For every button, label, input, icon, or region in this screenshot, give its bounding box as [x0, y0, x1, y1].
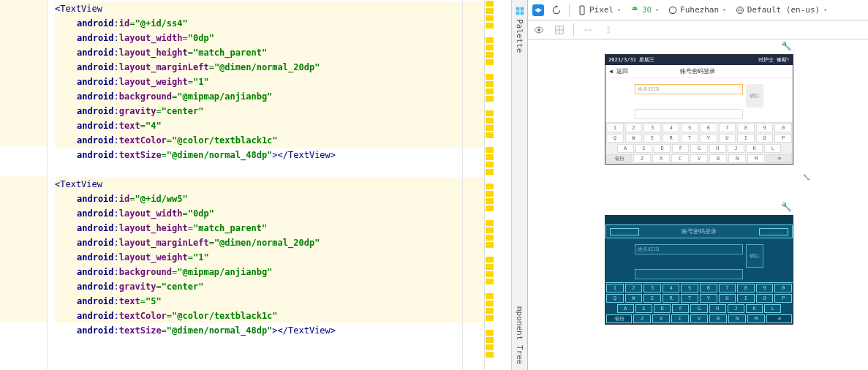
key[interactable]: 8 [737, 284, 755, 292]
key[interactable]: B [709, 314, 727, 323]
key[interactable]: W [625, 134, 643, 143]
key[interactable]: V [690, 154, 708, 163]
key[interactable]: M [747, 314, 765, 323]
preview-surface[interactable]: 🔧 2021/3/31 星期三 对护士 修斯! ◀ 返回 账号密码登录 姓名或I… [528, 39, 868, 370]
key[interactable]: 3 [644, 124, 661, 132]
key[interactable]: B [709, 154, 727, 163]
arrows-v-button[interactable] [602, 23, 615, 37]
palette-tab[interactable]: Palette [512, 0, 527, 58]
key[interactable]: O [756, 294, 774, 303]
key[interactable]: T [681, 294, 698, 303]
key[interactable]: X [652, 154, 670, 163]
key[interactable]: W [625, 294, 643, 303]
key[interactable]: C [671, 314, 689, 323]
key[interactable]: S [635, 144, 652, 153]
key[interactable]: N [728, 314, 746, 323]
key[interactable]: L [764, 144, 781, 153]
key[interactable]: 0 [774, 124, 792, 132]
key[interactable]: H [709, 304, 726, 313]
arrows-h-button[interactable] [581, 23, 595, 37]
wrench-icon[interactable]: 🔧 [781, 41, 792, 51]
key[interactable]: U [719, 294, 736, 303]
key[interactable]: U [719, 134, 736, 143]
locale-selector[interactable]: Default (en-us)▾ [733, 4, 829, 17]
key[interactable]: 2 [625, 284, 643, 292]
wrench-icon[interactable]: 🔧 [781, 202, 792, 212]
blueprint-input2[interactable] [635, 269, 743, 279]
key[interactable]: F [672, 304, 689, 313]
key[interactable]: 9 [756, 124, 774, 132]
key-backspace[interactable]: ⌫ [766, 154, 792, 163]
key[interactable]: K [746, 144, 763, 153]
key[interactable]: F [672, 144, 689, 153]
design-preview[interactable]: 2021/3/31 星期三 对护士 修斯! ◀ 返回 账号密码登录 姓名或ID … [605, 54, 793, 165]
key[interactable]: 4 [663, 124, 680, 132]
key[interactable]: D [654, 144, 671, 153]
key[interactable]: 1 [606, 284, 624, 292]
key[interactable]: I [737, 134, 755, 143]
api-selector[interactable]: 30▾ [628, 4, 660, 17]
key[interactable]: Q [606, 134, 624, 143]
key[interactable]: 0 [774, 284, 792, 292]
key[interactable]: I [737, 294, 755, 303]
key[interactable]: 2 [625, 124, 643, 132]
input-second[interactable] [635, 109, 743, 119]
key[interactable]: E [644, 294, 661, 303]
key[interactable]: M [747, 154, 765, 163]
key[interactable]: T [681, 134, 698, 143]
theme-selector[interactable]: Fuhezhan▾ [666, 4, 728, 17]
view-options-button[interactable] [532, 23, 546, 37]
key[interactable]: K [746, 304, 763, 313]
key[interactable]: N [728, 154, 746, 163]
device-selector[interactable]: Pixel▾ [575, 4, 622, 17]
key[interactable]: H [709, 144, 726, 153]
minimap[interactable] [484, 0, 494, 370]
key[interactable]: P [774, 294, 792, 303]
key[interactable]: 6 [700, 284, 717, 292]
key[interactable]: R [663, 294, 680, 303]
confirm-button[interactable]: 确认 [746, 84, 763, 107]
key[interactable]: G [690, 144, 707, 153]
blueprint-btn[interactable]: 确认 [746, 244, 763, 268]
key[interactable]: Q [606, 294, 624, 303]
key[interactable]: J [728, 304, 744, 313]
key[interactable]: E [644, 134, 661, 143]
component-tree-tab[interactable]: mponent Tree [512, 301, 527, 370]
key[interactable]: L [764, 304, 781, 313]
key[interactable]: V [690, 314, 708, 323]
grid-button[interactable] [553, 23, 566, 37]
key[interactable]: 7 [719, 124, 736, 132]
key[interactable]: 6 [700, 124, 717, 132]
key[interactable]: J [728, 144, 744, 153]
key-mode[interactable]: 省份 [606, 154, 632, 163]
key[interactable]: 4 [663, 284, 680, 292]
key[interactable]: O [756, 134, 774, 143]
key-mode[interactable]: 省份 [606, 314, 632, 323]
key[interactable]: A [617, 144, 634, 153]
key[interactable]: D [654, 304, 671, 313]
key[interactable]: 9 [756, 284, 774, 292]
resize-handle-icon[interactable]: ⤡ [802, 171, 811, 183]
key[interactable]: Y [700, 134, 717, 143]
key-backspace[interactable]: ⌫ [766, 314, 792, 323]
key[interactable]: Y [700, 294, 717, 303]
key[interactable]: A [617, 304, 634, 313]
code-area[interactable]: <TextViewandroid:id="@+id/ss4"android:la… [48, 0, 484, 370]
key[interactable]: 5 [681, 284, 698, 292]
key[interactable]: 5 [681, 124, 698, 132]
blueprint-preview[interactable]: 账号密码登录 姓名或ID 确认 1234567890QWERTYUIOPASDF… [605, 215, 793, 325]
key[interactable]: 7 [719, 284, 736, 292]
key[interactable]: G [690, 304, 707, 313]
key[interactable]: 8 [737, 124, 755, 132]
key[interactable]: 1 [606, 124, 624, 132]
orientation-button[interactable] [550, 4, 563, 17]
input-name-id[interactable]: 姓名或ID [635, 84, 743, 94]
key[interactable]: R [663, 134, 680, 143]
key[interactable]: Z [633, 314, 651, 323]
blueprint-input1[interactable]: 姓名或ID [635, 244, 743, 254]
key[interactable]: P [774, 134, 792, 143]
key[interactable]: 3 [644, 284, 661, 292]
key[interactable]: X [652, 314, 670, 323]
key[interactable]: Z [633, 154, 651, 163]
key[interactable]: C [671, 154, 689, 163]
